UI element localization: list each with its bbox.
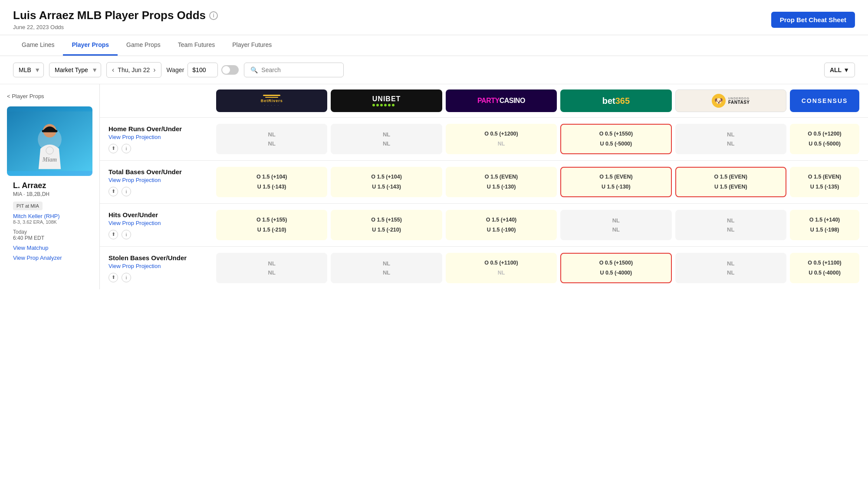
- odds-cell-stolen-bases-underdog[interactable]: NL NL: [675, 253, 786, 283]
- prop-section-stolen-bases: Stolen Bases Over/Under View Prop Projec…: [100, 246, 868, 289]
- tab-game-props[interactable]: Game Props: [118, 35, 169, 56]
- odds-cell-home-runs-unibet[interactable]: NL NL: [331, 124, 442, 154]
- odds-cell-home-runs-betrivers[interactable]: NL NL: [216, 124, 327, 154]
- market-type-filter[interactable]: Market Type ▼: [49, 63, 101, 77]
- odds-cell-total-bases-bet365[interactable]: O 1.5 (EVEN) U 1.5 (-130): [560, 167, 671, 197]
- prop-view-link-hits[interactable]: View Prop Projection: [108, 220, 213, 226]
- odds-cell-hits-partycasino[interactable]: O 1.5 (+140) U 1.5 (-190): [446, 210, 557, 240]
- odds-over-total-bases-unibet: O 1.5 (+104): [335, 173, 437, 181]
- prop-view-link-total-bases[interactable]: View Prop Projection: [108, 177, 213, 183]
- nav-tabs: Game Lines Player Props Game Props Team …: [0, 35, 868, 56]
- odds-over-total-bases-bet365: O 1.5 (EVEN): [566, 173, 666, 181]
- odds-cell-stolen-bases-unibet[interactable]: NL NL: [331, 253, 442, 283]
- view-prop-analyzer-link[interactable]: View Prop Analyzer: [13, 255, 86, 261]
- prop-row-hits: Hits Over/Under View Prop Projection ⬆ i…: [100, 204, 868, 246]
- partycasino-logo: PARTYCASINO: [446, 89, 557, 112]
- pitcher-name[interactable]: Mitch Keller (RHP): [13, 213, 86, 219]
- info-icon-total-bases[interactable]: i: [122, 187, 131, 196]
- wager-toggle[interactable]: [221, 65, 239, 75]
- prop-label-stolen-bases: Stolen Bases Over/Under View Prop Projec…: [108, 254, 213, 282]
- odds-under-stolen-bases-bet365: U 0.5 (-4000): [566, 269, 666, 277]
- odds-cell-hits-consensus[interactable]: O 1.5 (+140) U 1.5 (-198): [790, 210, 859, 240]
- odds-over-nl: NL: [565, 217, 667, 224]
- odds-under-hits-partycasino: U 1.5 (-190): [450, 226, 552, 234]
- all-label: ALL: [830, 66, 842, 73]
- odds-cell-total-bases-underdog[interactable]: O 1.5 (EVEN) U 1.5 (EVEN): [675, 167, 786, 197]
- unibet-dot-2: [376, 104, 379, 106]
- odds-under-total-bases-consensus: U 1.5 (-135): [794, 183, 855, 191]
- odds-cell-home-runs-bet365[interactable]: O 0.5 (+1550) U 0.5 (-5000): [560, 124, 671, 154]
- back-to-player-props[interactable]: < Player Props: [7, 93, 92, 99]
- odds-under-nl: NL: [335, 269, 437, 276]
- page-title: Luis Arraez MLB Player Props Odds i: [13, 9, 218, 22]
- odds-cell-hits-betrivers[interactable]: O 1.5 (+155) U 1.5 (-210): [216, 210, 327, 240]
- share-icon-home-runs[interactable]: ⬆: [108, 144, 118, 153]
- matchup-badge: PIT at MIA: [13, 202, 43, 210]
- view-matchup-link[interactable]: View Matchup: [13, 245, 86, 251]
- prop-view-link-home-runs[interactable]: View Prop Projection: [108, 134, 213, 140]
- prev-date-button[interactable]: ‹: [112, 66, 114, 74]
- unibet-dot-5: [388, 104, 391, 106]
- info-icon-hits[interactable]: i: [122, 230, 131, 239]
- sidebar: < Player Props: [0, 84, 100, 289]
- all-filter[interactable]: ALL ▼: [824, 63, 855, 77]
- pitcher-stats: 8-3, 3.62 ERA, 108K: [13, 219, 86, 225]
- info-icon-stolen-bases[interactable]: i: [122, 273, 131, 282]
- prop-name-stolen-bases: Stolen Bases Over/Under: [108, 254, 213, 262]
- odds-under-total-bases-betrivers: U 1.5 (-143): [220, 183, 323, 191]
- odds-cell-hits-bet365[interactable]: NL NL: [560, 210, 671, 240]
- odds-cell-stolen-bases-bet365[interactable]: O 0.5 (+1500) U 0.5 (-4000): [560, 253, 671, 283]
- odds-under-nl: NL: [335, 140, 437, 147]
- share-icon-hits[interactable]: ⬆: [108, 230, 118, 239]
- info-icon-home-runs[interactable]: i: [122, 144, 131, 153]
- odds-cell-stolen-bases-betrivers[interactable]: NL NL: [216, 253, 327, 283]
- odds-under-home-runs-partycasino: NL: [450, 140, 552, 148]
- player-image: Miam: [7, 106, 92, 176]
- next-date-button[interactable]: ›: [153, 66, 155, 74]
- odds-cell-home-runs-underdog[interactable]: NL NL: [675, 124, 786, 154]
- prop-label-home-runs: Home Runs Over/Under View Prop Projectio…: [108, 125, 213, 153]
- odds-under-hits-betrivers: U 1.5 (-210): [220, 226, 323, 234]
- odds-under-nl: NL: [680, 226, 782, 233]
- odds-cell-total-bases-consensus[interactable]: O 1.5 (EVEN) U 1.5 (-135): [790, 167, 859, 197]
- tab-player-props[interactable]: Player Props: [63, 35, 118, 56]
- odds-cell-total-bases-partycasino[interactable]: O 1.5 (EVEN) U 1.5 (-130): [446, 167, 557, 197]
- search-input[interactable]: [261, 66, 337, 73]
- date-navigator: ‹ Thu, Jun 22 ›: [106, 62, 161, 78]
- odds-cell-home-runs-partycasino[interactable]: O 0.5 (+1200) NL: [446, 124, 557, 154]
- unibet-dot-6: [392, 104, 395, 106]
- league-filter[interactable]: MLB ▼: [13, 63, 44, 77]
- odds-cell-total-bases-betrivers[interactable]: O 1.5 (+104) U 1.5 (-143): [216, 167, 327, 197]
- odds-cell-total-bases-unibet[interactable]: O 1.5 (+104) U 1.5 (-143): [331, 167, 442, 197]
- odds-over-stolen-bases-bet365: O 0.5 (+1500): [566, 259, 666, 267]
- odds-under-stolen-bases-consensus: U 0.5 (-4000): [794, 269, 855, 277]
- prop-name-home-runs: Home Runs Over/Under: [108, 125, 213, 132]
- prop-label-hits: Hits Over/Under View Prop Projection ⬆ i: [108, 211, 213, 239]
- content-area: BetRivers · · · · · UNIBET: [100, 84, 868, 289]
- odds-cell-home-runs-consensus[interactable]: O 0.5 (+1200) U 0.5 (-5000): [790, 124, 859, 154]
- tab-game-lines[interactable]: Game Lines: [13, 35, 63, 56]
- prop-view-link-stolen-bases[interactable]: View Prop Projection: [108, 263, 213, 269]
- odds-cell-stolen-bases-partycasino[interactable]: O 0.5 (+1100) NL: [446, 253, 557, 283]
- tab-player-futures[interactable]: Player Futures: [224, 35, 280, 56]
- prop-section-total-bases: Total Bases Over/Under View Prop Project…: [100, 160, 868, 203]
- info-icon[interactable]: i: [209, 11, 218, 20]
- odds-cell-stolen-bases-consensus[interactable]: O 0.5 (+1100) U 0.5 (-4000): [790, 253, 859, 283]
- betrivers-logo: BetRivers · · · · ·: [216, 89, 327, 112]
- prop-section-home-runs: Home Runs Over/Under View Prop Projectio…: [100, 117, 868, 160]
- prop-row-total-bases: Total Bases Over/Under View Prop Project…: [100, 161, 868, 203]
- share-icon-total-bases[interactable]: ⬆: [108, 187, 118, 196]
- odds-over-home-runs-bet365: O 0.5 (+1550): [566, 130, 666, 138]
- share-icon-stolen-bases[interactable]: ⬆: [108, 273, 118, 282]
- odds-cell-hits-unibet[interactable]: O 1.5 (+155) U 1.5 (-210): [331, 210, 442, 240]
- wager-input[interactable]: [187, 63, 218, 77]
- filters-bar: MLB ▼ Market Type ▼ ‹ Thu, Jun 22 › Wage…: [0, 56, 868, 84]
- bet365-logo: bet365: [560, 89, 671, 112]
- underdog-icon: 🐶: [712, 94, 726, 108]
- odds-over-nl: NL: [335, 260, 437, 267]
- betrivers-line2: [265, 97, 278, 98]
- tab-team-futures[interactable]: Team Futures: [169, 35, 224, 56]
- odds-cell-hits-underdog[interactable]: NL NL: [675, 210, 786, 240]
- betrivers-line1: [263, 95, 280, 96]
- prop-bet-cheat-sheet-button[interactable]: Prop Bet Cheat Sheet: [771, 12, 855, 28]
